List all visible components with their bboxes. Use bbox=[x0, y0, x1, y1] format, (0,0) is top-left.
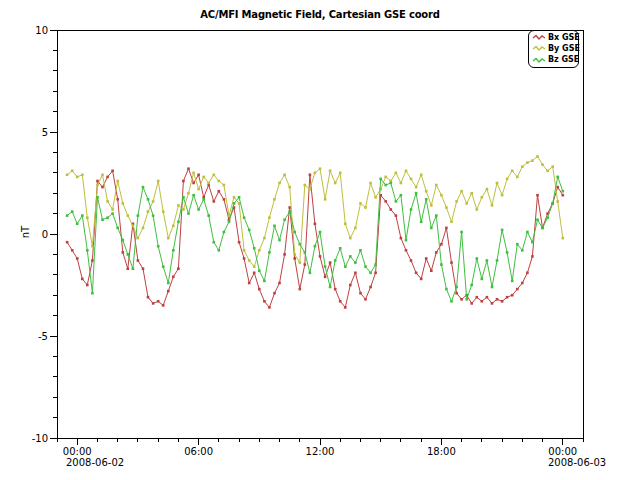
x-tick-label: 06:00 bbox=[184, 446, 213, 457]
series-marker-bx bbox=[172, 276, 175, 279]
series-marker-by bbox=[233, 196, 236, 199]
series-marker-by bbox=[435, 184, 438, 187]
series-marker-by bbox=[425, 190, 428, 193]
series-marker-bx bbox=[516, 288, 519, 291]
series-marker-bx bbox=[197, 174, 200, 177]
series-marker-bx bbox=[157, 300, 160, 303]
series-marker-by bbox=[384, 176, 387, 179]
series-marker-bz bbox=[531, 241, 534, 244]
series-marker-by bbox=[511, 170, 514, 173]
series-marker-bz bbox=[76, 223, 79, 226]
series-marker-bx bbox=[324, 276, 327, 279]
series-marker-by bbox=[207, 182, 210, 185]
series-marker-by bbox=[415, 186, 418, 189]
series-marker-bx bbox=[405, 249, 408, 252]
series-marker-bz bbox=[455, 286, 458, 289]
series-marker-bz bbox=[177, 221, 180, 224]
series-marker-by bbox=[187, 192, 190, 195]
series-marker-bz bbox=[364, 265, 367, 268]
series-marker-bx bbox=[142, 267, 145, 270]
x-tick-label: 00:00 bbox=[63, 446, 92, 457]
series-marker-by bbox=[137, 237, 140, 240]
series-marker-bz bbox=[556, 176, 559, 179]
series-marker-bz bbox=[460, 231, 463, 234]
legend-label-bz: Bz GSE bbox=[548, 56, 579, 64]
series-marker-bz bbox=[238, 196, 241, 199]
series-marker-by bbox=[263, 237, 266, 240]
series-marker-by bbox=[116, 180, 119, 183]
series-marker-bz bbox=[410, 208, 413, 211]
series-marker-by bbox=[213, 174, 216, 177]
series-marker-bx bbox=[450, 261, 453, 264]
series-marker-by bbox=[314, 172, 317, 175]
series-marker-by bbox=[96, 184, 99, 187]
series-marker-by bbox=[101, 174, 104, 177]
series-marker-bz bbox=[314, 245, 317, 248]
series-marker-bz bbox=[96, 196, 99, 199]
series-marker-by bbox=[359, 202, 362, 205]
series-marker-by bbox=[562, 237, 565, 240]
series-marker-bx bbox=[395, 214, 398, 217]
series-marker-bz bbox=[400, 194, 403, 197]
series-marker-bz bbox=[101, 218, 104, 221]
series-marker-bx bbox=[531, 255, 534, 258]
series-marker-bx bbox=[137, 259, 140, 262]
series-marker-bz bbox=[516, 243, 519, 246]
series-marker-by bbox=[152, 200, 155, 203]
series-marker-bz bbox=[293, 231, 296, 234]
series-marker-by bbox=[132, 225, 135, 228]
series-marker-bz bbox=[288, 210, 291, 213]
series-marker-by bbox=[273, 198, 276, 201]
series-marker-by bbox=[253, 265, 256, 268]
series-marker-bx bbox=[192, 182, 195, 185]
series-marker-bz bbox=[395, 200, 398, 203]
series-marker-bz bbox=[223, 231, 226, 234]
legend: Bx GSE By GSE Bz GSE bbox=[528, 30, 579, 68]
series-marker-bx bbox=[91, 259, 94, 262]
series-marker-by bbox=[71, 170, 74, 173]
series-marker-by bbox=[162, 210, 165, 213]
series-marker-bz bbox=[283, 218, 286, 221]
series-marker-bz bbox=[243, 216, 246, 219]
y-tick-label: -10 bbox=[32, 433, 48, 444]
series-marker-bx bbox=[71, 249, 74, 252]
series-marker-bz bbox=[192, 194, 195, 197]
series-marker-bx bbox=[258, 288, 261, 291]
series-marker-bz bbox=[496, 259, 499, 262]
legend-item-by: By GSE bbox=[532, 43, 577, 54]
series-marker-by bbox=[177, 204, 180, 207]
series-marker-bx bbox=[319, 255, 322, 258]
series-marker-bz bbox=[91, 292, 94, 295]
series-marker-bz bbox=[481, 278, 484, 281]
series-marker-by bbox=[339, 172, 342, 175]
series-marker-by bbox=[157, 180, 160, 183]
series-marker-bx bbox=[511, 294, 514, 297]
series-marker-bz bbox=[233, 202, 236, 205]
series-marker-bx bbox=[344, 306, 347, 309]
series-marker-bz bbox=[420, 221, 423, 224]
series-marker-by bbox=[91, 245, 94, 248]
series-marker-bx bbox=[299, 288, 302, 291]
series-marker-bx bbox=[263, 300, 266, 303]
x-axis-date-start: 2008-06-02 bbox=[66, 457, 124, 468]
series-marker-bz bbox=[465, 298, 468, 301]
series-marker-by bbox=[465, 202, 468, 205]
legend-label-bx: Bx GSE bbox=[548, 34, 580, 42]
series-marker-bz bbox=[197, 208, 200, 211]
series-marker-bx bbox=[66, 241, 69, 244]
series-marker-bx bbox=[177, 267, 180, 270]
series-marker-bz bbox=[390, 182, 393, 185]
series-marker-bz bbox=[334, 259, 337, 262]
series-marker-bz bbox=[379, 178, 382, 181]
series-marker-bx bbox=[354, 272, 357, 275]
series-marker-bx bbox=[81, 278, 84, 281]
series-marker-by bbox=[278, 182, 281, 185]
series-marker-bz bbox=[339, 247, 342, 250]
series-marker-by bbox=[455, 200, 458, 203]
series-marker-bz bbox=[359, 249, 362, 252]
series-marker-by bbox=[551, 165, 554, 168]
series-marker-bz bbox=[187, 212, 190, 215]
series-marker-bx bbox=[359, 292, 362, 295]
series-marker-bx bbox=[562, 194, 565, 197]
legend-item-bz: Bz GSE bbox=[532, 55, 577, 66]
